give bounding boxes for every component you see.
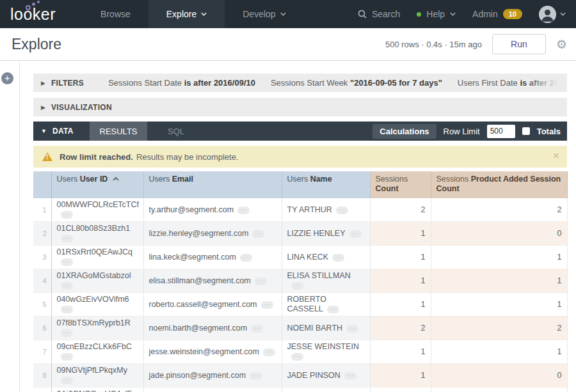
cell-product-added-session-count: 0 — [431, 222, 567, 246]
nav-item-develop[interactable]: Develop — [225, 0, 303, 28]
cell-menu-icon[interactable]: ··· — [346, 325, 358, 333]
cell-value: TY ARTHUR — [287, 205, 332, 214]
tab-sql[interactable]: SQL — [147, 122, 205, 141]
cell-sessions-count: 1 — [370, 293, 431, 317]
search-label: Search — [372, 9, 400, 19]
table-row: 5 040wGzEivVOVifm6··· roberto.cassell@se… — [33, 293, 567, 317]
looker-logo[interactable]: looker — [0, 0, 65, 28]
column-header-user-id[interactable]: Users User ID — [51, 171, 143, 198]
cell-name: LIZZIE HENLEY··· — [282, 222, 370, 246]
cell-sessions-count: 1 — [370, 246, 431, 269]
query-controls: 500 rows · 0.4s · 15m ago Run ⚙ — [385, 34, 567, 54]
nav-label: Develop — [243, 9, 275, 19]
calculations-button[interactable]: Calculations — [372, 124, 436, 139]
user-icon — [539, 6, 556, 23]
cell-value: 01XRAGoMGstabzol — [57, 271, 131, 280]
search-button[interactable]: Search — [358, 9, 400, 19]
cell-value: noemi.barth@segment.com — [149, 324, 248, 333]
cell-product-added-session-count: 1 — [431, 388, 567, 392]
cell-user-id: 01RSxRrt0QEAwJCq··· — [51, 246, 143, 269]
row-number: 5 — [33, 293, 51, 317]
row-number: 8 — [33, 364, 51, 388]
totals-label[interactable]: Totals — [537, 127, 561, 136]
cell-menu-icon[interactable]: ··· — [61, 282, 73, 290]
filter-field: Sessions Start Date — [108, 78, 184, 88]
table-body: 1 00MWWFOLRcETcTCf··· ty.arthur@segment.… — [33, 198, 567, 392]
close-icon[interactable]: × — [553, 150, 559, 162]
data-bar-controls: Calculations Row Limit Totals — [372, 122, 567, 141]
cell-name: JADE PINSON··· — [282, 364, 370, 388]
totals-checkbox[interactable] — [522, 127, 530, 135]
cell-email: lina.keck@segment.com··· — [143, 246, 282, 269]
filter-item[interactable]: Users First Date is after 2016/09/10 — [458, 78, 567, 88]
filters-bar[interactable]: ▶ FILTERS Sessions Start Date is after 2… — [33, 74, 567, 92]
cell-menu-icon[interactable]: ··· — [61, 377, 73, 384]
cell-menu-icon[interactable]: ··· — [261, 301, 273, 309]
filters-label: FILTERS — [51, 79, 84, 88]
cell-sessions-count: 1 — [370, 222, 431, 246]
cell-product-added-session-count: 0 — [431, 364, 567, 388]
cell-menu-icon[interactable]: ··· — [240, 254, 252, 262]
row-limit-input[interactable] — [487, 125, 515, 138]
cell-value: 0Ai6GNCGszHC4qlF — [57, 389, 132, 392]
cell-menu-icon[interactable]: ··· — [251, 325, 263, 333]
sort-asc-icon — [113, 177, 119, 181]
cell-email: jade.pinson@segment.com··· — [143, 364, 282, 388]
table-row: 4 01XRAGoMGstabzol··· elisa.stillman@seg… — [33, 269, 567, 293]
cell-menu-icon[interactable]: ··· — [61, 353, 73, 361]
chevron-down-icon — [280, 12, 286, 16]
cell-sessions-count: 2 — [370, 317, 431, 340]
cell-menu-icon[interactable]: ··· — [255, 278, 267, 285]
data-bar: ▼ DATA RESULTS SQL Calculations Row Limi… — [33, 122, 567, 141]
user-menu[interactable] — [539, 6, 566, 23]
cell-menu-icon[interactable]: ··· — [291, 282, 303, 290]
add-button[interactable]: + — [1, 72, 13, 84]
cell-product-added-session-count: 2 — [431, 317, 567, 340]
cell-menu-icon[interactable]: ··· — [61, 306, 73, 313]
column-group: Sessions — [436, 175, 471, 184]
cell-menu-icon[interactable]: ··· — [332, 254, 344, 262]
row-number: 2 — [33, 222, 51, 246]
column-header-count[interactable]: Sessions Count — [370, 171, 431, 198]
cell-menu-icon[interactable]: ··· — [61, 235, 73, 242]
cell-menu-icon[interactable]: ··· — [252, 230, 264, 238]
cell-menu-icon[interactable]: ··· — [327, 306, 339, 313]
cell-menu-icon[interactable]: ··· — [344, 372, 356, 380]
cell-menu-icon[interactable]: ··· — [336, 207, 348, 214]
column-header-email[interactable]: Users Email — [143, 171, 282, 198]
cell-value: lizzie.henley@segment.com — [149, 229, 249, 238]
cell-menu-icon[interactable]: ··· — [61, 258, 73, 266]
cell-menu-icon[interactable]: ··· — [61, 211, 73, 219]
cell-menu-icon[interactable]: ··· — [291, 353, 303, 361]
cell-menu-icon[interactable]: ··· — [349, 230, 362, 238]
run-button[interactable]: Run — [492, 34, 546, 54]
column-header-name[interactable]: Users Name — [282, 171, 370, 198]
row-number: 9 — [33, 388, 51, 392]
cell-sessions-count: 2 — [370, 198, 431, 222]
data-section-toggle[interactable]: ▼ DATA — [33, 122, 90, 141]
tab-results[interactable]: RESULTS — [90, 122, 147, 141]
warning-icon — [42, 152, 52, 161]
chevron-down-icon — [560, 12, 566, 16]
filter-item[interactable]: Sessions Start Week "2016-09-05 for 7 da… — [271, 78, 442, 88]
visualization-bar[interactable]: ▶ VISUALIZATION — [33, 98, 567, 116]
cell-menu-icon[interactable]: ··· — [263, 349, 275, 356]
cell-user-id: 01CL80b08Sz3Bzh1··· — [51, 222, 143, 246]
warning-message: Results may be incomplete. — [136, 152, 239, 162]
column-field: User ID — [80, 175, 108, 184]
gear-icon[interactable]: ⚙ — [556, 38, 567, 51]
help-menu[interactable]: Help — [417, 9, 456, 19]
cell-menu-icon[interactable]: ··· — [237, 207, 250, 214]
cell-email: jamal.keefe@segment.com··· — [143, 388, 282, 392]
admin-menu[interactable]: Admin 10 — [472, 9, 522, 19]
cell-menu-icon[interactable]: ··· — [250, 372, 262, 380]
column-header-product-added-session-count[interactable]: Sessions Product Added Session Count — [431, 171, 567, 198]
row-limit-warning-banner: Row limit reached. Results may be incomp… — [33, 146, 567, 168]
cell-menu-icon[interactable]: ··· — [61, 329, 73, 337]
nav-item-browse[interactable]: Browse — [83, 0, 148, 28]
filter-item[interactable]: Sessions Start Date is after 2016/09/10 — [108, 78, 255, 88]
column-group: Sessions — [376, 175, 408, 184]
top-nav: looker Browse Explore Develop Search — [0, 0, 576, 28]
nav-item-explore[interactable]: Explore — [148, 0, 225, 28]
cell-email: ty.arthur@segment.com··· — [143, 198, 282, 222]
